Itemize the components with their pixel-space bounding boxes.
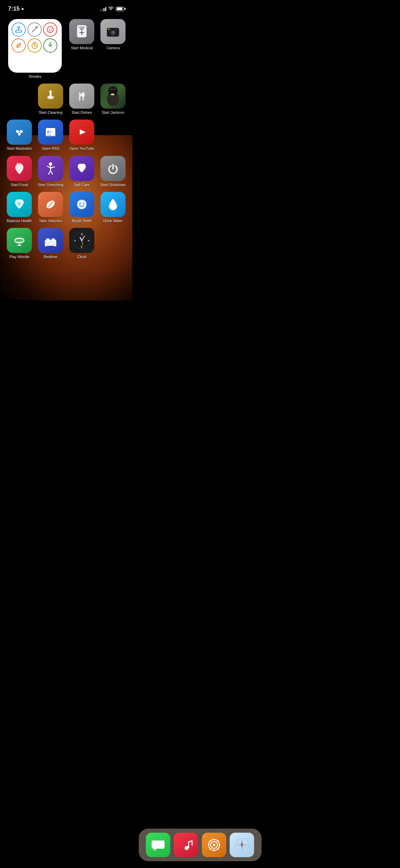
svg-text:G: G xyxy=(17,201,21,206)
open-rss-label: Open RSS xyxy=(42,146,60,151)
start-mastodon-icon xyxy=(7,120,32,145)
open-youtube-label: Open YouTube xyxy=(70,146,94,151)
streaks-icon xyxy=(8,19,62,73)
status-time: 7:15 ► xyxy=(8,5,25,12)
svg-text:A≡: A≡ xyxy=(47,130,52,134)
start-medical-icon xyxy=(69,19,94,44)
svg-point-6 xyxy=(49,29,50,30)
svg-point-70 xyxy=(15,239,18,242)
svg-rect-50 xyxy=(47,135,51,135)
battery-indicator xyxy=(116,7,124,11)
svg-rect-72 xyxy=(18,239,21,242)
bedtime-icon xyxy=(38,228,63,253)
svg-point-7 xyxy=(51,29,52,30)
clock-icon: 12 6 9 3 xyxy=(69,228,94,253)
svg-marker-51 xyxy=(80,129,86,135)
signal-bars xyxy=(100,6,106,11)
status-icons xyxy=(100,6,124,12)
app-start-shutdown[interactable]: Start Shutdown xyxy=(99,156,127,187)
app-self-care[interactable]: Self Care xyxy=(68,156,96,187)
start-food-icon xyxy=(7,156,32,181)
brush-teeth-label: Brush Teeth xyxy=(72,219,92,223)
app-start-mastodon[interactable]: Start Mastodon xyxy=(5,120,33,151)
svg-text:12: 12 xyxy=(81,234,83,236)
start-mastodon-label: Start Mastodon xyxy=(7,146,32,151)
app-brush-teeth[interactable]: Brush Teeth xyxy=(68,192,96,223)
svg-point-23 xyxy=(113,32,114,33)
app-grid: Streaks Start Medical xyxy=(0,15,132,263)
app-camera[interactable]: Camera xyxy=(99,19,127,79)
app-start-food[interactable]: Start Food xyxy=(5,156,33,187)
take-vitamins-icon xyxy=(38,192,63,217)
app-start-medical[interactable]: Start Medical xyxy=(68,19,96,79)
balance-health-icon: G xyxy=(7,192,32,217)
svg-line-56 xyxy=(51,167,55,168)
start-shutdown-label: Start Shutdown xyxy=(100,183,126,187)
app-streaks[interactable]: Streaks xyxy=(5,19,64,79)
svg-point-14 xyxy=(50,42,51,43)
svg-rect-24 xyxy=(115,29,118,30)
app-open-rss[interactable]: A≡ Open RSS xyxy=(37,120,64,151)
start-food-label: Start Food xyxy=(11,183,28,187)
svg-rect-78 xyxy=(46,238,50,242)
app-take-vitamins[interactable]: Take Vitamins xyxy=(37,192,64,223)
app-bedtime[interactable]: Bedtime xyxy=(37,228,64,259)
wifi-icon xyxy=(108,6,114,12)
start-stretching-label: Start Stretching xyxy=(38,183,63,187)
svg-rect-16 xyxy=(80,29,84,30)
svg-point-25 xyxy=(108,29,110,30)
drink-water-label: Drink Water xyxy=(103,219,123,223)
self-care-label: Self Care xyxy=(74,183,90,187)
app-start-dishes[interactable]: Start Dishes xyxy=(68,84,96,115)
streaks-label: Streaks xyxy=(28,74,41,79)
start-stretching-icon xyxy=(38,156,63,181)
svg-point-71 xyxy=(21,239,23,242)
app-open-youtube[interactable]: Open YouTube xyxy=(68,120,96,151)
streaks-cell-pill xyxy=(12,38,26,53)
streaks-cell-yoga xyxy=(43,38,57,53)
streaks-cell-scale xyxy=(12,22,26,37)
drink-water-icon xyxy=(100,192,126,217)
camera-icon xyxy=(100,19,126,44)
start-jackson-label: Start Jackson xyxy=(102,110,125,115)
svg-rect-76 xyxy=(17,245,21,246)
app-balance-health[interactable]: G Balance Health xyxy=(5,192,33,223)
play-wordle-label: Play Wordle xyxy=(9,255,29,259)
svg-point-5 xyxy=(47,26,53,33)
svg-point-39 xyxy=(114,88,116,90)
svg-point-38 xyxy=(110,88,112,90)
status-bar: 7:15 ► xyxy=(0,0,132,15)
start-medical-label: Start Medical xyxy=(71,46,93,50)
app-start-stretching[interactable]: Start Stretching xyxy=(37,156,64,187)
streaks-cell-timer xyxy=(27,38,42,53)
open-youtube-icon xyxy=(69,120,94,145)
svg-point-95 xyxy=(81,240,82,241)
start-jackson-icon xyxy=(100,84,126,109)
svg-point-2 xyxy=(18,26,20,29)
svg-point-28 xyxy=(49,90,52,93)
streaks-cell-teeth xyxy=(27,22,42,37)
svg-point-40 xyxy=(111,93,115,95)
app-play-wordle[interactable]: Play Wordle xyxy=(5,228,33,259)
svg-rect-0 xyxy=(16,30,22,32)
take-vitamins-label: Take Vitamins xyxy=(39,219,62,223)
app-clock[interactable]: 12 6 9 3 Clock xyxy=(68,228,96,259)
svg-point-64 xyxy=(77,200,87,209)
svg-rect-80 xyxy=(45,245,47,247)
time-display: 7:15 xyxy=(8,5,20,12)
svg-line-12 xyxy=(35,46,36,47)
start-dishes-label: Start Dishes xyxy=(72,110,92,115)
app-drink-water[interactable]: Drink Water xyxy=(99,192,127,223)
app-start-cleaning[interactable]: Start Cleaning xyxy=(37,84,64,115)
location-icon: ► xyxy=(21,6,25,11)
svg-line-57 xyxy=(49,171,51,174)
streaks-cell-mood xyxy=(43,22,57,37)
svg-point-52 xyxy=(17,163,19,165)
self-care-icon xyxy=(69,156,94,181)
app-start-jackson[interactable]: Start Jackson xyxy=(99,84,127,115)
clock-label: Clock xyxy=(77,255,87,259)
balance-health-label: Balance Health xyxy=(7,219,32,223)
svg-rect-81 xyxy=(54,245,56,247)
bedtime-label: Bedtime xyxy=(44,255,57,259)
start-cleaning-label: Start Cleaning xyxy=(39,110,62,115)
